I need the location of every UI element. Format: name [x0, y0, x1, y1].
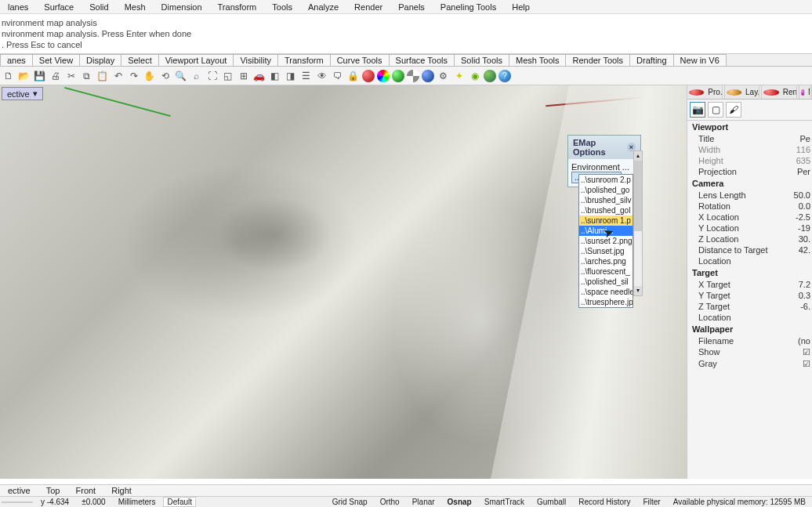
menu-render[interactable]: Render — [346, 1, 390, 13]
help-icon[interactable]: ? — [498, 70, 511, 82]
toggle-record-history[interactable]: Record History — [572, 498, 636, 506]
hide-icon[interactable]: 🗨 — [331, 69, 344, 82]
vtab-front[interactable]: Front — [68, 486, 104, 495]
emap-item-hover[interactable]: ..\Alumi... — [579, 226, 633, 236]
menu-help[interactable]: Help — [504, 1, 538, 13]
toggle-smarttrack[interactable]: SmartTrack — [478, 498, 531, 506]
open-icon[interactable]: 📂 — [17, 69, 31, 82]
object-props-icon[interactable]: ▢ — [708, 102, 723, 118]
emap-item[interactable]: ..\polished_sil — [579, 277, 633, 287]
options-icon[interactable]: ⚙ — [437, 69, 450, 82]
render-green-icon[interactable] — [392, 70, 404, 82]
earth-icon[interactable] — [484, 70, 496, 82]
panel-tab-rendering[interactable]: Ren... — [762, 85, 799, 99]
print-icon[interactable]: 🖨 — [49, 69, 62, 82]
emap-item[interactable]: ..\sunroom 1.p — [579, 215, 633, 226]
prop-zloc-value[interactable]: 30. — [793, 234, 812, 244]
tab-render-tools[interactable]: Render Tools — [565, 54, 630, 66]
menu-mesh[interactable]: Mesh — [117, 1, 154, 13]
zoom-window-icon[interactable]: ⌕ — [190, 69, 203, 82]
menu-panels[interactable]: Panels — [390, 1, 433, 13]
tab-transform[interactable]: Transform — [277, 54, 331, 66]
prop-rotation-value[interactable]: 0.0 — [793, 201, 812, 211]
layer-icon[interactable]: ☰ — [299, 69, 313, 82]
vtab-perspective[interactable]: ective — [0, 486, 38, 495]
zoom-selected-icon[interactable]: ◱ — [221, 69, 234, 82]
tab-mesh-tools[interactable]: Mesh Tools — [509, 54, 566, 66]
tab-visibility[interactable]: Visibility — [233, 54, 278, 66]
menu-planes[interactable]: lanes — [0, 1, 36, 13]
prop-show-checkbox[interactable]: ☑ — [793, 347, 812, 357]
cut-icon[interactable]: ✂ — [64, 69, 78, 82]
render-rainbow-icon[interactable] — [377, 70, 390, 82]
prop-xtarget-value[interactable]: 7.2 — [793, 280, 812, 289]
cplane-icon[interactable]: ◧ — [268, 69, 281, 82]
toggle-ortho[interactable]: Ortho — [374, 498, 406, 506]
emap-item[interactable]: ..\space needle — [579, 287, 633, 297]
prop-ztarget-value[interactable]: -6. — [793, 302, 812, 311]
undo-icon[interactable]: ↶ — [111, 69, 125, 82]
emap-scrollbar[interactable]: ▴ ▾ — [633, 150, 643, 296]
toggle-planar[interactable]: Planar — [406, 498, 441, 506]
paste-icon[interactable]: 📋 — [96, 69, 109, 82]
tab-cplanes[interactable]: anes — [0, 54, 33, 66]
emap-item[interactable]: ..\sunroom 2.p — [579, 175, 633, 185]
emap-item[interactable]: ..\fluorescent_ — [579, 266, 633, 277]
status-layer[interactable]: Default — [163, 497, 196, 507]
prop-filename-value[interactable]: (no — [793, 336, 812, 346]
lock-icon[interactable]: 🔒 — [346, 69, 360, 82]
prop-title-value[interactable]: Pe — [793, 134, 812, 143]
zoom-extents-icon[interactable]: ⛶ — [205, 69, 219, 82]
prop-projection-value[interactable]: Per — [793, 167, 812, 176]
prop-xloc-value[interactable]: -2.5 — [793, 212, 812, 222]
render-blue-icon[interactable] — [422, 70, 434, 82]
prop-tlocation-button[interactable] — [793, 313, 812, 322]
emap-item[interactable]: ..\brushed_silv — [579, 195, 633, 205]
zoom-dynamic-icon[interactable]: 🔍 — [174, 69, 187, 82]
menu-solid[interactable]: Solid — [82, 1, 116, 13]
menu-paneling-tools[interactable]: Paneling Tools — [433, 1, 504, 13]
copy-icon[interactable]: ⧉ — [80, 69, 93, 82]
menu-dimension[interactable]: Dimension — [154, 1, 210, 13]
new-icon[interactable]: 🗋 — [2, 69, 15, 82]
prop-ytarget-value[interactable]: 0.3 — [793, 291, 812, 300]
tab-surface-tools[interactable]: Surface Tools — [389, 54, 455, 66]
prop-lens-value[interactable]: 50.0 — [793, 190, 812, 200]
emap-item[interactable]: ..\truesphere.jp — [579, 297, 633, 307]
save-icon[interactable]: 💾 — [33, 69, 46, 82]
show-icon[interactable]: 👁 — [315, 69, 328, 82]
prop-yloc-value[interactable]: -19 — [793, 223, 812, 233]
tab-curve-tools[interactable]: Curve Tools — [330, 54, 390, 66]
scroll-thumb[interactable] — [634, 161, 642, 231]
tab-display[interactable]: Display — [79, 54, 121, 66]
toggle-gumball[interactable]: Gumball — [531, 498, 572, 506]
scroll-down-icon[interactable]: ▾ — [634, 286, 642, 295]
status-units[interactable]: Millimeters — [112, 498, 162, 506]
tab-select[interactable]: Select — [121, 54, 159, 66]
toggle-gridsnap[interactable]: Grid Snap — [326, 498, 374, 506]
render-check-icon[interactable] — [407, 70, 419, 82]
tab-viewport-layout[interactable]: Viewport Layout — [158, 54, 234, 66]
emap-item[interactable]: ..\brushed_gol — [579, 205, 633, 215]
toggle-filter[interactable]: Filter — [636, 498, 666, 506]
emap-item[interactable]: ..\polished_go — [579, 185, 633, 195]
viewport-props-icon[interactable]: 📷 — [690, 102, 705, 118]
prop-dist-value[interactable]: 42. — [793, 245, 812, 255]
material-props-icon[interactable]: 🖌 — [726, 102, 741, 118]
car-icon[interactable]: 🚗 — [252, 69, 266, 82]
render-red-icon[interactable] — [362, 70, 375, 82]
tab-new-in-v6[interactable]: New in V6 — [673, 54, 727, 66]
emap-dropdown-list[interactable]: ..\sunroom 2.p ..\polished_go ..\brushed… — [578, 174, 633, 308]
tab-drafting[interactable]: Drafting — [629, 54, 674, 66]
scroll-up-icon[interactable]: ▴ — [634, 151, 642, 161]
prop-location-button[interactable] — [793, 256, 812, 266]
grasshopper-icon[interactable]: ◉ — [468, 69, 481, 82]
vtab-top[interactable]: Top — [38, 486, 68, 495]
emap-item[interactable]: ..\arches.png — [579, 256, 633, 266]
panel-tab-properties[interactable]: Pro... — [687, 85, 725, 99]
rotate-icon[interactable]: ⟲ — [158, 69, 172, 82]
emap-item[interactable]: ..\Sunset.jpg — [579, 246, 633, 256]
redo-icon[interactable]: ↷ — [127, 69, 140, 82]
panel-tab-materials[interactable]: M — [799, 85, 812, 99]
toggle-osnap[interactable]: Osnap — [441, 498, 478, 506]
